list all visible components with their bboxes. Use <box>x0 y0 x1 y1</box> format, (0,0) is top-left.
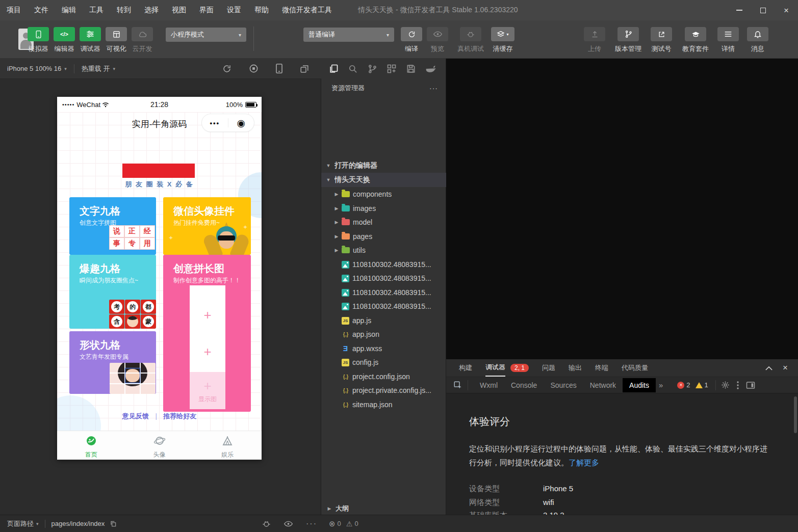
tree-folder-model[interactable]: ▶model <box>321 215 446 229</box>
devtools-tab-network[interactable]: Network <box>583 378 623 392</box>
source-control-icon[interactable] <box>367 64 377 74</box>
minimize-button[interactable] <box>728 0 751 20</box>
maximize-button[interactable] <box>751 0 775 20</box>
wechat-capsule[interactable]: ••• ◉ <box>201 114 254 132</box>
copy-icon[interactable] <box>110 520 117 527</box>
refresh-icon[interactable] <box>222 64 231 73</box>
editor-area[interactable] <box>446 59 798 359</box>
mode-select[interactable]: 小程序模式 ▾ <box>166 28 246 42</box>
exit-target-icon[interactable]: ◉ <box>228 118 254 128</box>
tree-file-app-wxss[interactable]: Ǝapp.wxss <box>321 341 446 356</box>
devtools-tab-wxml[interactable]: Wxml <box>473 378 504 392</box>
menu-select[interactable]: 选择 <box>138 0 165 20</box>
devtools-tab-sources[interactable]: Sources <box>544 378 583 392</box>
ad-banner[interactable] <box>122 164 195 178</box>
close-button[interactable]: × <box>775 0 798 20</box>
feedback-link[interactable]: 意见反馈 <box>122 412 149 420</box>
warning-counter[interactable]: 1 <box>696 381 708 389</box>
extensions-icon[interactable] <box>387 64 397 74</box>
tree-folder-pages[interactable]: ▶pages <box>321 229 446 244</box>
devtools-tab-console[interactable]: Console <box>504 378 544 392</box>
tree-file-image[interactable]: 1108100302.48083915... <box>321 285 446 300</box>
device-select[interactable]: iPhone 5 100% 16▾ <box>7 65 67 72</box>
compile-mode-select[interactable]: 普通编译 ▾ <box>303 28 394 42</box>
card-shape-grid[interactable]: 形状九格 文艺青年发图专属 <box>69 331 156 394</box>
panel-tab-code-quality[interactable]: 代码质量 <box>622 359 648 377</box>
menu-interface[interactable]: 界面 <box>193 0 220 20</box>
panel-tab-build[interactable]: 构建 <box>459 359 472 377</box>
section-open-editors[interactable]: ▼ 打开的编辑器 <box>321 158 446 173</box>
tree-file-image[interactable]: 1108100302.48083915... <box>321 299 446 313</box>
inspect-cursor-icon[interactable] <box>453 381 462 390</box>
files-icon[interactable] <box>328 64 339 74</box>
tree-file-project-config[interactable]: {..}project.config.json <box>321 369 446 384</box>
save-icon[interactable] <box>406 64 416 74</box>
multi-window-icon[interactable] <box>300 64 309 73</box>
menu-edit[interactable]: 编辑 <box>55 0 83 20</box>
learn-more-link[interactable]: 了解更多 <box>569 458 599 467</box>
error-counter[interactable]: ×2 <box>677 381 690 389</box>
menu-project[interactable]: 项目 <box>0 0 28 20</box>
visual-toggle-button[interactable]: 可视化 <box>102 27 130 54</box>
tree-file-image[interactable]: 1108100302.48083915... <box>321 271 446 285</box>
docker-whale-icon[interactable] <box>425 64 436 74</box>
tab-fun[interactable]: 娱乐 <box>193 431 262 460</box>
gear-icon[interactable] <box>721 381 730 389</box>
card-avatar-pendant[interactable]: 微信头像挂件 热门挂件免费用~ ✦ ✦ <box>163 197 251 255</box>
details-button[interactable]: 详情 <box>715 27 741 54</box>
debugger-toggle-button[interactable]: 调试器 <box>76 27 104 54</box>
menu-view[interactable]: 视图 <box>165 0 193 20</box>
clear-cache-button[interactable]: ▾ 清缓存 <box>487 27 518 54</box>
test-account-button[interactable]: 测试号 <box>647 27 676 54</box>
scrollbar[interactable] <box>794 396 797 433</box>
recommend-link[interactable]: 推荐给好友 <box>163 412 196 420</box>
tab-home[interactable]: 首页 <box>57 431 125 460</box>
tree-file-sitemap[interactable]: {..}sitemap.json <box>321 397 446 412</box>
menu-help[interactable]: 帮助 <box>248 0 275 20</box>
edu-suite-button[interactable]: 教育套件 <box>678 27 713 54</box>
panel-tab-output[interactable]: 输出 <box>569 359 582 377</box>
outline-section[interactable]: ▶ 大纲 <box>321 502 446 515</box>
menu-file[interactable]: 文件 <box>28 0 55 20</box>
tree-folder-components[interactable]: ▶components <box>321 187 446 201</box>
card-sticker-grid[interactable]: 爆趣九格 瞬间成为朋友圈焦点~ 考 的 都 含 蒙 <box>69 255 156 329</box>
menu-wechat-devtools[interactable]: 微信开发者工具 <box>275 0 339 20</box>
hot-reload-toggle[interactable]: 热重载 开▾ <box>82 64 115 73</box>
devtools-tab-audits[interactable]: Audits <box>623 378 656 392</box>
menu-goto[interactable]: 转到 <box>110 0 138 20</box>
tree-folder-utils[interactable]: ▶utils <box>321 243 446 257</box>
vconsole-bug-icon[interactable] <box>262 520 271 528</box>
panel-tab-debugger[interactable]: 调试器 <box>485 359 505 377</box>
tree-file-config-js[interactable]: JSconfig.js <box>321 355 446 369</box>
panel-tab-problems[interactable]: 问题 <box>542 359 555 377</box>
panel-tab-terminal[interactable]: 终端 <box>595 359 608 377</box>
tree-folder-images[interactable]: ▶images <box>321 201 446 216</box>
simulator-toggle-button[interactable]: 模拟器 <box>24 27 52 54</box>
menu-settings[interactable]: 设置 <box>220 0 248 20</box>
collapse-panel-icon[interactable] <box>765 366 773 370</box>
version-control-button[interactable]: 版本管理 <box>611 27 646 54</box>
tree-file-app-json[interactable]: {..}app.json <box>321 327 446 341</box>
tree-file-app-js[interactable]: JSapp.js <box>321 313 446 328</box>
dock-side-icon[interactable] <box>746 381 755 389</box>
ellipsis-icon[interactable]: ··· <box>306 519 317 528</box>
card-long-image[interactable]: 创意拼长图 制作创意多图的高手！！ + + + 显示图 <box>163 255 251 412</box>
more-tabs-icon[interactable]: » <box>659 381 663 389</box>
device-frame-icon[interactable] <box>276 64 282 73</box>
close-panel-icon[interactable]: × <box>783 363 788 373</box>
visibility-eye-icon[interactable] <box>284 521 293 527</box>
search-icon[interactable] <box>348 64 358 74</box>
editor-toggle-button[interactable]: </> 编辑器 <box>50 27 78 54</box>
problems-counter[interactable]: ⊗0 ⚠0 <box>329 519 358 528</box>
more-dots-icon[interactable]: ••• <box>202 119 228 127</box>
compile-button[interactable]: 编译 <box>397 27 426 54</box>
page-path-select[interactable]: 页面路径 ▾ <box>7 519 39 528</box>
card-word-grid[interactable]: 文字九格 创意文字拼图 说正经 事专用 <box>69 197 156 255</box>
kebab-menu-icon[interactable] <box>737 381 739 389</box>
tab-avatar[interactable]: 头像 <box>125 431 194 460</box>
messages-button[interactable]: 消息 <box>744 27 771 54</box>
tree-file-project-private-config[interactable]: {..}project.private.config.js... <box>321 383 446 397</box>
menu-tools[interactable]: 工具 <box>83 0 110 20</box>
stop-icon[interactable] <box>249 64 259 73</box>
section-project-root[interactable]: ▼ 情头天天换 <box>321 173 446 187</box>
